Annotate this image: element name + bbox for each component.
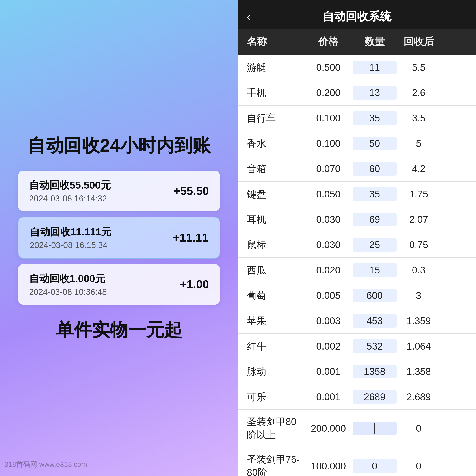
td-qty[interactable]: 13 xyxy=(353,86,397,100)
td-name: 圣装剑甲76-80阶 xyxy=(247,453,304,476)
td-name: 自行车 xyxy=(247,112,304,125)
tx-info: 自动回收1.000元 2024-03-08 10:36:48 xyxy=(29,272,107,297)
td-after: 3.5 xyxy=(397,113,441,124)
td-name: 红牛 xyxy=(247,340,304,353)
table-row: 键盘0.050351.75 xyxy=(238,182,476,207)
td-price: 0.100 xyxy=(304,138,353,149)
td-name: 鼠标 xyxy=(247,238,304,252)
td-name: 可乐 xyxy=(247,391,304,404)
table-row: 葡萄0.0056003 xyxy=(238,283,476,308)
td-price: 0.500 xyxy=(304,62,353,73)
table-row: 圣装剑甲76-80阶100.00000 xyxy=(238,447,476,476)
transaction-card: 自动回收1.000元 2024-03-08 10:36:48 +1.00 xyxy=(18,264,220,305)
td-price: 0.020 xyxy=(304,265,353,276)
td-after: 3 xyxy=(397,290,441,301)
table-row: 耳机0.030692.07 xyxy=(238,207,476,232)
td-qty[interactable]: 532 xyxy=(353,339,397,353)
table-body[interactable]: 游艇0.500115.5手机0.200132.6自行车0.100353.5香水0… xyxy=(238,55,476,476)
right-header: ‹ 自动回收系统 xyxy=(238,0,476,29)
tx-time: 2024-03-08 16:14:32 xyxy=(29,194,111,204)
td-qty[interactable]: 69 xyxy=(353,213,397,226)
td-after: 4.2 xyxy=(397,163,441,174)
td-qty[interactable]: 50 xyxy=(353,137,397,150)
table-header-cell: 数量 xyxy=(353,35,397,49)
tx-amount: +11.11 xyxy=(173,231,208,244)
table-row: 西瓜0.020150.3 xyxy=(238,258,476,283)
left-panel-wrapper: 自动回收24小时内到账 自动回收55.500元 2024-03-08 16:14… xyxy=(0,0,238,476)
td-price: 0.070 xyxy=(304,163,353,174)
td-after: 0 xyxy=(397,423,441,434)
table-header-cell: 价格 xyxy=(304,35,353,49)
td-name: 圣装剑甲80阶以上 xyxy=(247,415,304,442)
tx-time: 2024-03-08 10:36:48 xyxy=(29,287,107,297)
td-qty[interactable] xyxy=(353,422,397,435)
td-qty[interactable]: 453 xyxy=(353,314,397,328)
td-price: 0.001 xyxy=(304,366,353,377)
td-price: 200.000 xyxy=(304,423,353,434)
main-title: 自动回收24小时内到账 xyxy=(28,134,210,157)
table-row: 鼠标0.030250.75 xyxy=(238,232,476,258)
td-after: 1.358 xyxy=(397,366,441,377)
td-after: 1.75 xyxy=(397,189,441,200)
td-qty[interactable]: 1358 xyxy=(353,365,397,378)
tx-info: 自动回收55.500元 2024-03-08 16:14:32 xyxy=(29,178,111,204)
tx-title: 自动回收1.000元 xyxy=(29,272,107,286)
td-qty[interactable]: 600 xyxy=(353,289,397,302)
tx-info: 自动回收11.111元 2024-03-08 16:15:34 xyxy=(30,225,112,250)
td-price: 0.100 xyxy=(304,113,353,124)
transaction-card: 自动回收55.500元 2024-03-08 16:14:32 +55.50 xyxy=(18,170,220,211)
td-after: 1.359 xyxy=(397,315,441,326)
td-qty[interactable]: 2689 xyxy=(353,390,397,404)
td-name: 音箱 xyxy=(247,162,304,175)
tx-title: 自动回收11.111元 xyxy=(30,225,112,239)
table-row: 可乐0.00126892.689 xyxy=(238,384,476,410)
td-name: 手机 xyxy=(247,86,304,99)
table-row: 苹果0.0034531.359 xyxy=(238,308,476,334)
back-button[interactable]: ‹ xyxy=(247,10,251,23)
td-name: 脉动 xyxy=(247,365,304,378)
transaction-list: 自动回收55.500元 2024-03-08 16:14:32 +55.50 自… xyxy=(18,170,220,305)
td-price: 0.001 xyxy=(304,391,353,402)
tx-time: 2024-03-08 16:15:34 xyxy=(30,241,112,250)
td-qty[interactable]: 15 xyxy=(353,263,397,277)
td-price: 0.200 xyxy=(304,87,353,98)
table-header-cell: 回收后 xyxy=(397,35,441,49)
td-price: 0.030 xyxy=(304,214,353,225)
td-after: 2.689 xyxy=(397,391,441,402)
subtitle: 单件实物一元起 xyxy=(56,318,182,342)
watermark: 318首码网 www.e318.com xyxy=(4,460,87,469)
table-row: 音箱0.070604.2 xyxy=(238,156,476,182)
td-after: 1.064 xyxy=(397,341,441,352)
td-qty[interactable]: 11 xyxy=(353,61,397,74)
td-price: 100.000 xyxy=(304,460,353,472)
right-panel: ‹ 自动回收系统 名称价格数量回收后 游艇0.500115.5手机0.20013… xyxy=(238,0,476,476)
table-row: 手机0.200132.6 xyxy=(238,80,476,105)
tx-amount: +55.50 xyxy=(174,184,209,197)
table-row: 圣装剑甲80阶以上200.0000 xyxy=(238,410,476,447)
td-after: 2.6 xyxy=(397,87,441,98)
td-price: 0.002 xyxy=(304,341,353,352)
table-row: 香水0.100505 xyxy=(238,131,476,156)
td-qty[interactable]: 0 xyxy=(353,459,397,473)
td-price: 0.030 xyxy=(304,239,353,250)
td-after: 0 xyxy=(397,460,441,472)
td-after: 0.3 xyxy=(397,265,441,276)
td-qty[interactable]: 35 xyxy=(353,111,397,125)
tx-title: 自动回收55.500元 xyxy=(29,178,111,192)
td-qty[interactable]: 25 xyxy=(353,238,397,252)
transaction-card: 自动回收11.111元 2024-03-08 16:15:34 +11.11 xyxy=(18,217,220,259)
td-after: 5.5 xyxy=(397,62,441,73)
table-row: 自行车0.100353.5 xyxy=(238,105,476,131)
td-name: 西瓜 xyxy=(247,264,304,277)
table-row: 游艇0.500115.5 xyxy=(238,55,476,80)
td-qty[interactable]: 60 xyxy=(353,162,397,176)
right-panel-title: 自动回收系统 xyxy=(323,9,391,24)
td-price: 0.050 xyxy=(304,189,353,200)
td-after: 0.75 xyxy=(397,239,441,250)
table-header-cell: 名称 xyxy=(247,35,304,49)
td-name: 香水 xyxy=(247,137,304,150)
td-name: 苹果 xyxy=(247,314,304,327)
table-header: 名称价格数量回收后 xyxy=(238,29,476,55)
td-qty[interactable]: 35 xyxy=(353,187,397,201)
td-after: 2.07 xyxy=(397,214,441,225)
